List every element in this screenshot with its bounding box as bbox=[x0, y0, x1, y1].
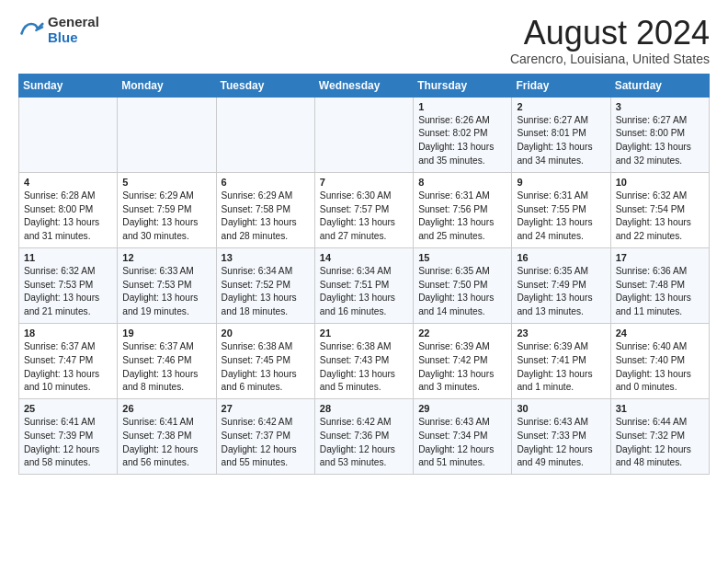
calendar-cell: 28Sunrise: 6:42 AM Sunset: 7:36 PM Dayli… bbox=[314, 399, 413, 475]
day-info: Sunrise: 6:34 AM Sunset: 7:51 PM Dayligh… bbox=[320, 265, 408, 319]
day-info: Sunrise: 6:37 AM Sunset: 7:46 PM Dayligh… bbox=[122, 340, 210, 395]
day-number: 20 bbox=[222, 327, 310, 339]
day-number: 7 bbox=[320, 177, 408, 188]
title-block: August 2024 Carencro, Louisiana, United … bbox=[510, 15, 710, 66]
day-info: Sunrise: 6:38 AM Sunset: 7:45 PM Dayligh… bbox=[222, 340, 310, 395]
calendar-week-3: 11Sunrise: 6:32 AM Sunset: 7:53 PM Dayli… bbox=[19, 247, 710, 323]
calendar-week-1: 1Sunrise: 6:26 AM Sunset: 8:02 PM Daylig… bbox=[19, 97, 710, 172]
day-number: 14 bbox=[320, 252, 408, 263]
location: Carencro, Louisiana, United States bbox=[510, 52, 710, 66]
day-number: 21 bbox=[320, 327, 408, 339]
logo-icon bbox=[18, 17, 44, 43]
day-info: Sunrise: 6:41 AM Sunset: 7:39 PM Dayligh… bbox=[24, 416, 112, 470]
calendar-cell: 23Sunrise: 6:39 AM Sunset: 7:41 PM Dayli… bbox=[512, 323, 610, 398]
calendar-cell: 9Sunrise: 6:31 AM Sunset: 7:55 PM Daylig… bbox=[512, 172, 610, 247]
day-number: 11 bbox=[24, 252, 112, 263]
day-number: 10 bbox=[616, 177, 704, 188]
col-wednesday: Wednesday bbox=[314, 74, 413, 97]
day-info: Sunrise: 6:43 AM Sunset: 7:33 PM Dayligh… bbox=[517, 416, 605, 470]
calendar-cell: 24Sunrise: 6:40 AM Sunset: 7:40 PM Dayli… bbox=[610, 323, 709, 398]
calendar-cell: 16Sunrise: 6:35 AM Sunset: 7:49 PM Dayli… bbox=[512, 247, 610, 323]
day-info: Sunrise: 6:29 AM Sunset: 7:58 PM Dayligh… bbox=[222, 190, 310, 244]
day-number: 19 bbox=[122, 327, 210, 339]
calendar-cell: 2Sunrise: 6:27 AM Sunset: 8:01 PM Daylig… bbox=[512, 97, 610, 172]
day-info: Sunrise: 6:35 AM Sunset: 7:50 PM Dayligh… bbox=[418, 265, 506, 319]
day-number: 23 bbox=[517, 327, 605, 339]
day-info: Sunrise: 6:35 AM Sunset: 7:49 PM Dayligh… bbox=[517, 265, 605, 319]
day-number: 15 bbox=[418, 252, 506, 263]
day-number: 13 bbox=[222, 252, 310, 263]
day-info: Sunrise: 6:38 AM Sunset: 7:43 PM Dayligh… bbox=[320, 340, 408, 395]
calendar-cell bbox=[216, 97, 314, 172]
day-number: 8 bbox=[418, 177, 506, 188]
col-tuesday: Tuesday bbox=[216, 74, 314, 97]
month-title: August 2024 bbox=[510, 15, 710, 52]
day-info: Sunrise: 6:43 AM Sunset: 7:34 PM Dayligh… bbox=[418, 416, 506, 470]
calendar-cell: 21Sunrise: 6:38 AM Sunset: 7:43 PM Dayli… bbox=[314, 323, 413, 398]
day-info: Sunrise: 6:29 AM Sunset: 7:59 PM Dayligh… bbox=[122, 190, 210, 244]
logo-general: General bbox=[48, 15, 99, 30]
col-friday: Friday bbox=[512, 74, 610, 97]
day-info: Sunrise: 6:37 AM Sunset: 7:47 PM Dayligh… bbox=[24, 340, 112, 395]
day-info: Sunrise: 6:31 AM Sunset: 7:55 PM Dayligh… bbox=[517, 190, 605, 244]
calendar-cell: 25Sunrise: 6:41 AM Sunset: 7:39 PM Dayli… bbox=[19, 399, 118, 475]
header: General Blue August 2024 Carencro, Louis… bbox=[18, 15, 710, 66]
day-number: 2 bbox=[517, 101, 605, 112]
day-number: 4 bbox=[24, 177, 112, 188]
day-number: 18 bbox=[24, 327, 112, 339]
day-number: 17 bbox=[616, 252, 704, 263]
day-number: 6 bbox=[222, 177, 310, 188]
day-info: Sunrise: 6:39 AM Sunset: 7:41 PM Dayligh… bbox=[517, 340, 605, 395]
day-info: Sunrise: 6:27 AM Sunset: 8:01 PM Dayligh… bbox=[517, 114, 605, 168]
day-info: Sunrise: 6:31 AM Sunset: 7:56 PM Dayligh… bbox=[418, 190, 506, 244]
calendar-cell: 6Sunrise: 6:29 AM Sunset: 7:58 PM Daylig… bbox=[216, 172, 314, 247]
calendar-table: Sunday Monday Tuesday Wednesday Thursday… bbox=[18, 74, 710, 476]
calendar-cell: 19Sunrise: 6:37 AM Sunset: 7:46 PM Dayli… bbox=[118, 323, 216, 398]
logo: General Blue bbox=[18, 15, 99, 45]
page-container: General Blue August 2024 Carencro, Louis… bbox=[0, 0, 728, 484]
day-info: Sunrise: 6:41 AM Sunset: 7:38 PM Dayligh… bbox=[122, 416, 210, 470]
day-number: 5 bbox=[122, 177, 210, 188]
day-number: 28 bbox=[320, 403, 408, 414]
day-info: Sunrise: 6:42 AM Sunset: 7:36 PM Dayligh… bbox=[320, 416, 408, 470]
day-number: 3 bbox=[616, 101, 704, 112]
day-number: 24 bbox=[616, 327, 704, 339]
day-info: Sunrise: 6:32 AM Sunset: 7:53 PM Dayligh… bbox=[24, 265, 112, 319]
calendar-cell: 8Sunrise: 6:31 AM Sunset: 7:56 PM Daylig… bbox=[414, 172, 512, 247]
logo-text: General Blue bbox=[48, 15, 99, 45]
day-number: 26 bbox=[122, 403, 210, 414]
calendar-cell bbox=[19, 97, 118, 172]
calendar-cell: 5Sunrise: 6:29 AM Sunset: 7:59 PM Daylig… bbox=[118, 172, 216, 247]
calendar-cell: 27Sunrise: 6:42 AM Sunset: 7:37 PM Dayli… bbox=[216, 399, 314, 475]
calendar-week-2: 4Sunrise: 6:28 AM Sunset: 8:00 PM Daylig… bbox=[19, 172, 710, 247]
day-info: Sunrise: 6:30 AM Sunset: 7:57 PM Dayligh… bbox=[320, 190, 408, 244]
calendar-cell: 30Sunrise: 6:43 AM Sunset: 7:33 PM Dayli… bbox=[512, 399, 610, 475]
calendar-cell: 26Sunrise: 6:41 AM Sunset: 7:38 PM Dayli… bbox=[118, 399, 216, 475]
day-info: Sunrise: 6:36 AM Sunset: 7:48 PM Dayligh… bbox=[616, 265, 704, 319]
day-info: Sunrise: 6:42 AM Sunset: 7:37 PM Dayligh… bbox=[222, 416, 310, 470]
day-info: Sunrise: 6:40 AM Sunset: 7:40 PM Dayligh… bbox=[616, 340, 704, 395]
day-number: 16 bbox=[517, 252, 605, 263]
col-monday: Monday bbox=[118, 74, 216, 97]
col-sunday: Sunday bbox=[19, 74, 118, 97]
header-row: Sunday Monday Tuesday Wednesday Thursday… bbox=[19, 74, 710, 97]
day-info: Sunrise: 6:44 AM Sunset: 7:32 PM Dayligh… bbox=[616, 416, 704, 470]
calendar-cell: 11Sunrise: 6:32 AM Sunset: 7:53 PM Dayli… bbox=[19, 247, 118, 323]
day-info: Sunrise: 6:39 AM Sunset: 7:42 PM Dayligh… bbox=[418, 340, 506, 395]
calendar-week-4: 18Sunrise: 6:37 AM Sunset: 7:47 PM Dayli… bbox=[19, 323, 710, 398]
day-info: Sunrise: 6:34 AM Sunset: 7:52 PM Dayligh… bbox=[222, 265, 310, 319]
calendar-cell: 13Sunrise: 6:34 AM Sunset: 7:52 PM Dayli… bbox=[216, 247, 314, 323]
calendar-cell: 12Sunrise: 6:33 AM Sunset: 7:53 PM Dayli… bbox=[118, 247, 216, 323]
calendar-cell: 15Sunrise: 6:35 AM Sunset: 7:50 PM Dayli… bbox=[414, 247, 512, 323]
day-number: 9 bbox=[517, 177, 605, 188]
day-info: Sunrise: 6:32 AM Sunset: 7:54 PM Dayligh… bbox=[616, 190, 704, 244]
day-number: 29 bbox=[418, 403, 506, 414]
calendar-cell: 7Sunrise: 6:30 AM Sunset: 7:57 PM Daylig… bbox=[314, 172, 413, 247]
col-saturday: Saturday bbox=[610, 74, 709, 97]
day-number: 30 bbox=[517, 403, 605, 414]
day-number: 31 bbox=[616, 403, 704, 414]
logo-blue: Blue bbox=[48, 30, 99, 46]
calendar-week-5: 25Sunrise: 6:41 AM Sunset: 7:39 PM Dayli… bbox=[19, 399, 710, 475]
calendar-cell: 3Sunrise: 6:27 AM Sunset: 8:00 PM Daylig… bbox=[610, 97, 709, 172]
day-number: 12 bbox=[122, 252, 210, 263]
